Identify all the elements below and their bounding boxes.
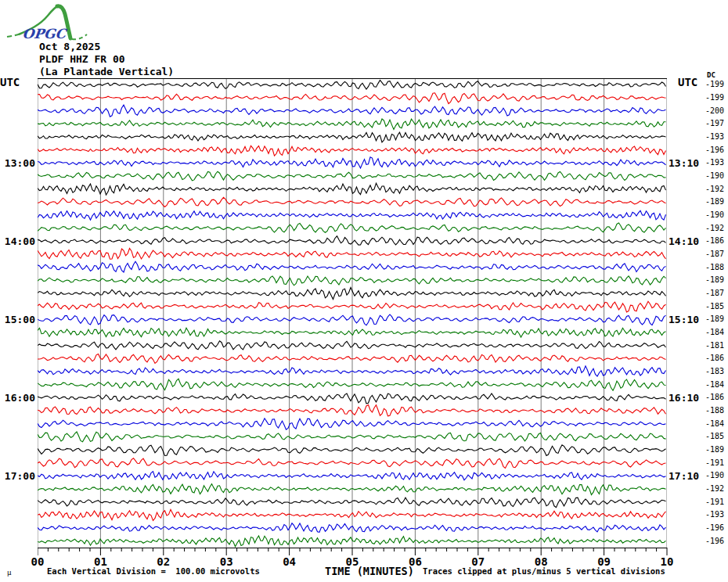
dc-value: -189 [705,314,724,323]
seismic-trace [38,210,666,220]
hour-label-left: 13:00 [0,157,35,169]
seismic-trace [38,379,666,390]
seismic-trace [38,509,666,520]
utc-label-left: UTC [0,76,20,88]
dc-value: -181 [705,340,724,349]
dc-value: -196 [705,523,724,532]
seismic-trace [38,146,666,156]
seismic-trace [38,393,666,404]
x-tick-label: 04 [283,555,296,568]
dc-value: -189 [705,197,724,206]
dc-value: -189 [705,275,724,284]
x-tick-label: 00 [31,555,45,568]
seismic-trace [38,93,666,104]
seismogram-svg [38,78,667,548]
seismic-trace [38,105,666,117]
dc-value: -199 [705,93,724,102]
dc-value: -187 [705,289,724,297]
helicorder-page: OPGC Oct 8,2025 PLDF HHZ FR 00 (La Plant… [0,0,728,582]
seismic-trace [38,472,666,480]
dc-value: -191 [705,458,724,466]
seismic-trace [38,197,666,207]
dc-value: -184 [705,419,724,427]
dc-value: -193 [705,132,724,141]
dc-value: -197 [705,119,724,128]
header-date: Oct 8,2025 [39,41,100,52]
x-tick-label: 08 [535,555,548,568]
seismic-trace [38,301,666,312]
dc-value: -190 [705,210,724,219]
hour-label-left: 14:00 [0,235,35,247]
dc-value: -187 [705,250,724,258]
hour-label-right: 16:10 [669,392,699,404]
seismic-trace [38,445,666,456]
x-tick-label: 01 [94,555,107,568]
mu-mark: μ [7,569,11,577]
dc-value: -185 [705,301,724,310]
dc-value: -190 [705,171,724,180]
x-tick-label: 03 [220,555,233,568]
x-tick-label: 05 [346,555,359,568]
dc-value: -192 [705,184,724,192]
x-tick-label: 07 [471,555,485,568]
dc-value: -183 [705,367,724,375]
dc-column-header: DC [707,71,715,79]
hour-label-right: 14:10 [669,235,699,247]
x-tick-label: 09 [597,555,611,568]
seismic-trace [38,498,666,508]
dc-value: -186 [705,236,724,245]
dc-value: -196 [705,145,724,153]
x-tick-label: 10 [661,555,674,568]
opgc-logo-graphic: OPGC [5,2,91,42]
seismic-trace [38,81,666,90]
seismic-trace [38,132,666,142]
dc-value: -193 [705,510,724,519]
seismic-trace [38,314,666,325]
dc-value: -188 [705,406,724,415]
station-name: (La Plantade Vertical) [39,66,174,77]
dc-value: -200 [705,106,724,114]
seismic-trace [38,171,666,181]
helicorder-plot [38,78,667,548]
dc-value: -192 [705,484,724,493]
seismic-trace [38,419,666,429]
seismic-trace [38,484,666,495]
dc-value: -188 [705,262,724,271]
dc-value: -189 [705,445,724,454]
seismic-trace [38,341,666,350]
seismic-trace [38,223,666,232]
hour-label-left: 16:00 [0,392,35,404]
dc-value: -184 [705,328,724,336]
hour-label-left: 17:00 [0,470,35,482]
utc-label-right: UTC [678,76,697,88]
dc-value: -184 [705,379,724,388]
seismic-trace [38,328,666,337]
hour-label-right: 15:10 [669,314,699,325]
opgc-logo: OPGC [5,2,91,42]
seismic-trace [38,236,666,245]
seismic-trace [38,405,666,416]
seismic-trace [38,536,666,547]
seismic-trace [38,523,666,533]
station-code: PLDF HHZ FR 00 [39,53,125,65]
time-axis-title: TIME (MINUTES) [325,565,414,577]
hour-label-left: 15:00 [0,314,35,325]
logo-right-dash [72,34,87,39]
seismic-trace [38,157,666,168]
dc-value: -193 [705,158,724,167]
seismic-trace [38,119,666,129]
seismic-trace [38,261,666,272]
seismic-trace [38,276,666,286]
dc-value: -199 [705,80,724,88]
hour-label-right: 13:10 [669,157,699,169]
x-tick-label: 06 [409,555,422,568]
seismic-trace [38,288,666,300]
logo-text: OPGC [22,26,69,41]
x-tick-label: 02 [157,555,170,568]
seismic-trace [38,366,666,376]
seismic-trace [38,432,666,442]
seismic-trace [38,458,666,469]
dc-value: -186 [705,354,724,362]
dc-value: -190 [705,471,724,480]
seismic-trace [38,354,666,364]
